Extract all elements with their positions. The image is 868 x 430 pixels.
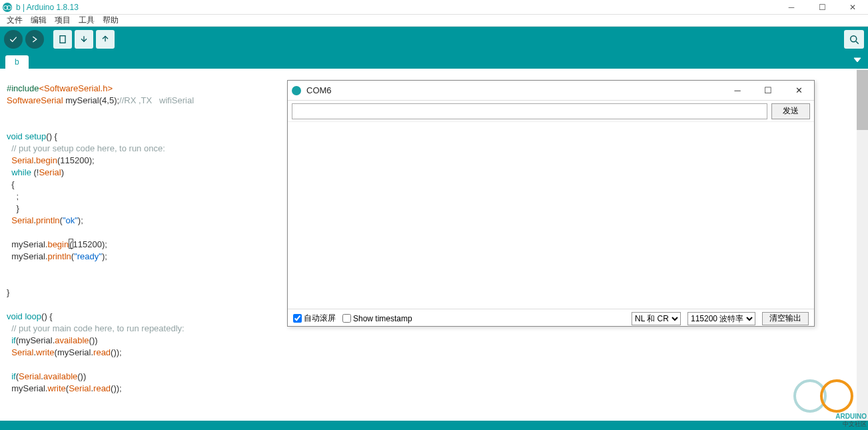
serial-close-button[interactable]: ✕ <box>783 81 814 101</box>
svg-point-1 <box>851 36 857 42</box>
serial-title-bar: COM6 ─ ☐ ✕ <box>288 81 814 101</box>
serial-monitor-window: COM6 ─ ☐ ✕ 发送 自动滚屏 Show timestamp NL 和 C… <box>287 80 815 327</box>
menu-file[interactable]: 文件 <box>4 15 25 26</box>
upload-button[interactable] <box>25 30 44 49</box>
close-button[interactable]: ✕ <box>837 0 868 15</box>
menu-bar: 文件 编辑 项目 工具 帮助 <box>0 15 868 27</box>
verify-button[interactable] <box>4 30 23 49</box>
serial-output-area[interactable] <box>288 122 814 309</box>
tab-menu-dropdown-icon[interactable] <box>852 55 863 65</box>
minimize-button[interactable]: ─ <box>776 0 807 15</box>
svg-marker-3 <box>854 58 861 62</box>
title-bar: b | Arduino 1.8.13 ─ ☐ ✕ <box>0 0 868 15</box>
clear-output-button[interactable]: 清空输出 <box>762 312 809 325</box>
tab-sketch[interactable]: b <box>5 55 29 69</box>
timestamp-checkbox[interactable]: Show timestamp <box>342 314 412 323</box>
serial-send-input[interactable] <box>292 103 767 119</box>
serial-minimize-button[interactable]: ─ <box>722 81 753 101</box>
watermark-logo: ARDUINO 中文社区 <box>793 379 867 429</box>
status-bar <box>0 421 868 430</box>
vertical-scrollbar[interactable] <box>857 69 868 421</box>
arduino-logo-icon <box>292 86 301 95</box>
arduino-logo-icon <box>3 3 12 12</box>
maximize-button[interactable]: ☐ <box>807 0 837 15</box>
window-title: b | Arduino 1.8.13 <box>16 3 79 12</box>
baud-rate-select[interactable]: 115200 波特率 <box>687 312 755 325</box>
new-button[interactable] <box>53 30 72 49</box>
toolbar <box>0 27 868 52</box>
tab-bar: b <box>0 52 868 69</box>
svg-rect-0 <box>60 36 65 43</box>
serial-window-title: COM6 <box>306 85 332 95</box>
menu-help[interactable]: 帮助 <box>100 15 121 26</box>
autoscroll-checkbox[interactable]: 自动滚屏 <box>293 313 336 324</box>
save-button[interactable] <box>96 30 115 49</box>
open-button[interactable] <box>75 30 93 49</box>
serial-send-button[interactable]: 发送 <box>771 103 810 119</box>
serial-maximize-button[interactable]: ☐ <box>753 81 783 101</box>
menu-sketch[interactable]: 项目 <box>52 15 73 26</box>
svg-line-2 <box>856 41 859 44</box>
serial-monitor-button[interactable] <box>844 30 864 49</box>
menu-edit[interactable]: 编辑 <box>28 15 49 26</box>
line-ending-select[interactable]: NL 和 CR <box>632 312 681 325</box>
menu-tools[interactable]: 工具 <box>76 15 97 26</box>
